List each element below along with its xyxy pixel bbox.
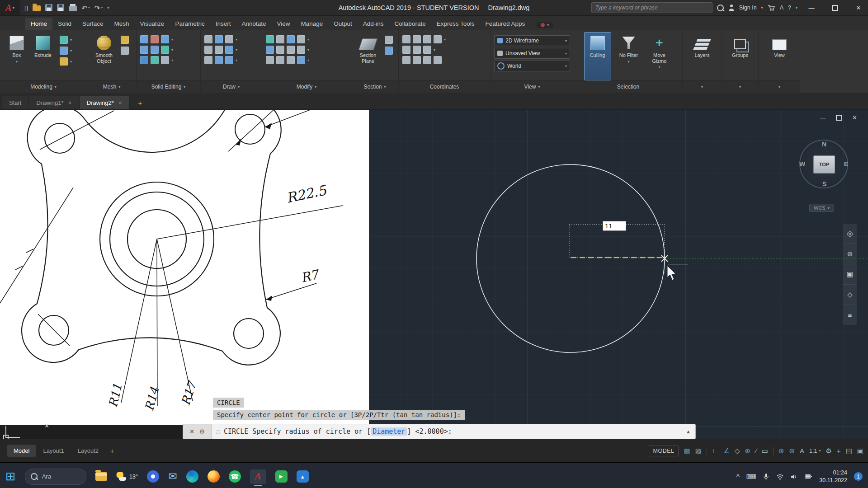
box-button[interactable]: Box ▾ — [4, 32, 30, 80]
section-tool-icon[interactable] — [385, 36, 393, 44]
ucs-tool-icon[interactable] — [423, 46, 431, 54]
full-navigation-wheel-icon[interactable]: ◎ — [843, 224, 857, 244]
edge-browser-icon[interactable] — [186, 470, 198, 483]
trim-tool-icon[interactable] — [287, 35, 295, 43]
autocad-taskbar-icon[interactable]: A — [250, 469, 266, 484]
ucs-tool-icon[interactable] — [434, 35, 442, 43]
command-history-expand-icon[interactable]: ▲ — [681, 429, 695, 434]
notification-count-badge[interactable]: 1 — [854, 472, 863, 481]
tab-layout2[interactable]: Layout2 — [71, 445, 105, 457]
tab-annotate[interactable]: Annotate — [236, 18, 271, 30]
photos-app-icon[interactable]: ▲ — [297, 470, 309, 483]
screen-recorder-icon[interactable]: ▶ — [275, 470, 288, 483]
zoom-icon[interactable]: ▣ — [843, 264, 857, 285]
wifi-icon[interactable] — [776, 474, 784, 480]
save-as-button[interactable] — [57, 4, 64, 11]
show-motion-icon[interactable]: ≡ — [843, 305, 857, 325]
taskbar-clock[interactable]: 01:24 30.11.2022 — [819, 469, 847, 484]
rectangle-tool-icon[interactable] — [215, 56, 223, 64]
customize-wrench-icon[interactable]: ⚙ — [199, 428, 205, 435]
annotation-scale-dropdown[interactable]: 1:1▾ — [809, 448, 821, 454]
move-tool-icon[interactable] — [266, 35, 274, 43]
reference-drawing[interactable]: R22.5 R7 R11 R14 R17 — [0, 110, 369, 425]
new-layout-button[interactable]: + — [106, 445, 118, 457]
pan-icon[interactable]: ⊕ — [843, 244, 857, 264]
settings-gear-icon[interactable]: ⚙ — [826, 447, 831, 454]
close-command-line-icon[interactable]: ✕ — [189, 428, 195, 435]
weather-widget[interactable]: 13° — [116, 472, 138, 482]
grid-icon[interactable]: ▦ — [684, 447, 690, 454]
mesh-tool-icon[interactable] — [121, 36, 129, 44]
ucs-tool-icon[interactable] — [402, 56, 410, 64]
osnap-icon[interactable]: ⊕ — [745, 447, 751, 454]
fillet-tool-icon[interactable] — [297, 35, 305, 43]
tab-mesh[interactable]: Mesh — [109, 18, 135, 30]
solid-edit-tool-icon[interactable] — [151, 46, 159, 54]
solid-edit-tool-icon[interactable] — [140, 56, 148, 64]
file-tab-drawing2[interactable]: Drawing2*✕ — [80, 96, 130, 109]
app-store-cart-icon[interactable] — [768, 5, 775, 11]
rotate-tool-icon[interactable] — [276, 35, 284, 43]
panel-label-view[interactable]: View▾ — [491, 80, 574, 93]
ribbon-display-options-button[interactable]: ▾ — [537, 22, 553, 28]
clean-screen-icon[interactable]: ▣ — [857, 447, 863, 454]
section-plane-button[interactable]: Section Plane — [355, 32, 381, 80]
panel-label-view-tools[interactable]: ▾ — [759, 80, 800, 93]
panel-label-groups[interactable]: ▾ — [722, 80, 758, 93]
array-tool-icon[interactable] — [297, 46, 305, 54]
lineweight-icon[interactable]: ∕ — [755, 447, 757, 454]
tab-layout1[interactable]: Layout1 — [37, 445, 70, 457]
new-drawing-tab-button[interactable]: + — [134, 98, 146, 109]
solid-edit-tool-icon[interactable] — [161, 46, 169, 54]
autodesk-account-icon[interactable]: A — [780, 5, 783, 11]
tab-home[interactable]: Home — [25, 18, 52, 30]
snap-icon[interactable]: ▨ — [695, 447, 702, 454]
start-button[interactable]: ⊞ — [5, 470, 16, 483]
mail-app-icon[interactable]: ✉ — [168, 470, 177, 483]
extrude-button[interactable]: Extrude — [30, 32, 56, 80]
search-icon[interactable] — [717, 5, 724, 11]
ucs-tool-icon[interactable] — [423, 35, 431, 43]
smooth-object-button[interactable]: Smooth Object — [91, 32, 117, 80]
tab-collaborate[interactable]: Collaborate — [389, 18, 431, 30]
viewcube-east[interactable]: E — [844, 160, 848, 168]
circle-tool-icon[interactable] — [204, 46, 212, 54]
tab-addins[interactable]: Add-ins — [358, 18, 389, 30]
isolate-objects-icon[interactable]: ▤ — [846, 447, 852, 454]
scale-tool-icon[interactable] — [287, 46, 295, 54]
tray-expand-icon[interactable]: ^ — [736, 473, 740, 480]
viewcube-west[interactable]: W — [799, 160, 805, 168]
ucs-dropdown[interactable]: World▾ — [494, 61, 570, 71]
ucs-tool-icon[interactable] — [413, 46, 421, 54]
mesh-tool-icon[interactable] — [121, 47, 129, 55]
move-gizmo-button[interactable]: + Move Gizmo ▾ — [646, 32, 673, 80]
modeling-tool-icon[interactable] — [60, 36, 68, 44]
battery-icon[interactable] — [805, 474, 812, 479]
tab-output[interactable]: Output — [328, 18, 358, 30]
offset-tool-icon[interactable] — [297, 56, 305, 64]
ucs-tool-icon[interactable] — [402, 46, 410, 54]
modeling-tool-icon[interactable] — [60, 47, 68, 55]
annotation-scale-icon[interactable]: A — [800, 447, 804, 454]
solid-edit-tool-icon[interactable] — [140, 35, 148, 43]
visual-style-dropdown[interactable]: 2D Wireframe▾ — [494, 35, 570, 46]
section-tool-icon[interactable] — [385, 47, 393, 55]
arc-tool-icon[interactable] — [225, 35, 233, 43]
dynamic-ucs-icon[interactable]: ⊕ — [778, 447, 784, 454]
dynamic-input-field[interactable] — [603, 221, 626, 231]
ucs-tool-icon[interactable] — [423, 56, 431, 64]
model-space-toggle[interactable]: MODEL — [649, 446, 679, 456]
panel-label-modify[interactable]: Modify▾ — [262, 80, 351, 93]
view-tools-button[interactable]: View — [766, 32, 793, 80]
tab-model[interactable]: Model — [7, 445, 36, 457]
viewcube[interactable]: N E S W TOP — [799, 140, 848, 188]
solid-edit-tool-icon[interactable] — [151, 56, 159, 64]
doc-close-button[interactable]: ✕ — [852, 114, 857, 121]
doc-restore-button[interactable] — [836, 115, 842, 121]
tab-featured-apps[interactable]: Featured Apps — [480, 18, 530, 30]
panel-label-solid-editing[interactable]: Solid Editing▾ — [137, 80, 200, 93]
sign-in-button[interactable]: Sign In — [739, 5, 757, 11]
close-icon[interactable]: ✕ — [118, 100, 122, 105]
viewcube-top-face[interactable]: TOP — [813, 155, 835, 174]
tab-visualize[interactable]: Visualize — [135, 18, 170, 30]
